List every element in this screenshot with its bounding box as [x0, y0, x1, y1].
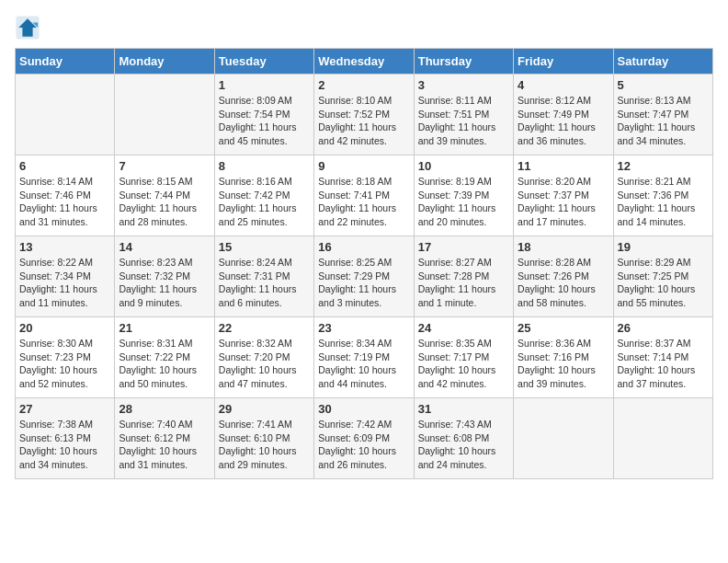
calendar-cell: 14Sunrise: 8:23 AM Sunset: 7:32 PM Dayli…	[115, 236, 214, 317]
day-number: 3	[418, 78, 509, 92]
day-info: Sunrise: 7:41 AM Sunset: 6:10 PM Dayligh…	[219, 418, 310, 472]
page-header	[15, 15, 713, 40]
day-number: 7	[119, 159, 210, 173]
weekday-header-tuesday: Tuesday	[214, 49, 313, 75]
calendar-cell	[115, 75, 214, 155]
calendar-cell: 16Sunrise: 8:25 AM Sunset: 7:29 PM Dayli…	[314, 236, 414, 317]
day-info: Sunrise: 8:34 AM Sunset: 7:19 PM Dayligh…	[318, 337, 409, 391]
day-info: Sunrise: 7:43 AM Sunset: 6:08 PM Dayligh…	[418, 418, 509, 472]
day-number: 14	[119, 240, 210, 254]
calendar-cell: 3Sunrise: 8:11 AM Sunset: 7:51 PM Daylig…	[414, 75, 513, 155]
day-number: 18	[518, 240, 609, 254]
weekday-header-wednesday: Wednesday	[314, 49, 414, 75]
day-number: 29	[219, 402, 310, 416]
calendar-cell	[16, 75, 115, 155]
calendar-cell: 24Sunrise: 8:35 AM Sunset: 7:17 PM Dayli…	[414, 317, 513, 398]
calendar-cell: 17Sunrise: 8:27 AM Sunset: 7:28 PM Dayli…	[414, 236, 513, 317]
calendar-week-row: 6Sunrise: 8:14 AM Sunset: 7:46 PM Daylig…	[16, 155, 713, 236]
day-number: 31	[418, 402, 509, 416]
calendar-cell	[514, 398, 613, 479]
day-number: 19	[618, 240, 709, 254]
calendar-cell: 19Sunrise: 8:29 AM Sunset: 7:25 PM Dayli…	[613, 236, 712, 317]
day-info: Sunrise: 8:25 AM Sunset: 7:29 PM Dayligh…	[318, 256, 409, 310]
day-info: Sunrise: 8:32 AM Sunset: 7:20 PM Dayligh…	[219, 337, 310, 391]
calendar-cell: 1Sunrise: 8:09 AM Sunset: 7:54 PM Daylig…	[214, 75, 313, 155]
weekday-header-friday: Friday	[514, 49, 613, 75]
day-info: Sunrise: 8:24 AM Sunset: 7:31 PM Dayligh…	[219, 256, 310, 310]
day-info: Sunrise: 8:13 AM Sunset: 7:47 PM Dayligh…	[618, 94, 709, 148]
day-number: 30	[318, 402, 409, 416]
day-number: 1	[219, 78, 310, 92]
day-number: 24	[418, 321, 509, 335]
day-info: Sunrise: 8:14 AM Sunset: 7:46 PM Dayligh…	[19, 175, 110, 229]
calendar-cell: 23Sunrise: 8:34 AM Sunset: 7:19 PM Dayli…	[314, 317, 414, 398]
day-info: Sunrise: 8:36 AM Sunset: 7:16 PM Dayligh…	[518, 337, 609, 391]
day-info: Sunrise: 7:38 AM Sunset: 6:13 PM Dayligh…	[19, 418, 110, 472]
calendar-cell: 11Sunrise: 8:20 AM Sunset: 7:37 PM Dayli…	[514, 155, 613, 236]
day-number: 15	[219, 240, 310, 254]
calendar-table: SundayMondayTuesdayWednesdayThursdayFrid…	[15, 48, 713, 479]
calendar-cell: 8Sunrise: 8:16 AM Sunset: 7:42 PM Daylig…	[214, 155, 313, 236]
calendar-cell: 13Sunrise: 8:22 AM Sunset: 7:34 PM Dayli…	[16, 236, 115, 317]
day-number: 13	[19, 240, 110, 254]
day-info: Sunrise: 8:09 AM Sunset: 7:54 PM Dayligh…	[219, 94, 310, 148]
day-info: Sunrise: 8:27 AM Sunset: 7:28 PM Dayligh…	[418, 256, 509, 310]
day-info: Sunrise: 8:21 AM Sunset: 7:36 PM Dayligh…	[618, 175, 709, 229]
calendar-cell: 25Sunrise: 8:36 AM Sunset: 7:16 PM Dayli…	[514, 317, 613, 398]
calendar-cell: 20Sunrise: 8:30 AM Sunset: 7:23 PM Dayli…	[16, 317, 115, 398]
logo	[15, 15, 44, 40]
calendar-week-row: 1Sunrise: 8:09 AM Sunset: 7:54 PM Daylig…	[16, 75, 713, 155]
day-info: Sunrise: 8:20 AM Sunset: 7:37 PM Dayligh…	[518, 175, 609, 229]
day-info: Sunrise: 8:35 AM Sunset: 7:17 PM Dayligh…	[418, 337, 509, 391]
calendar-cell: 27Sunrise: 7:38 AM Sunset: 6:13 PM Dayli…	[16, 398, 115, 479]
day-number: 5	[618, 78, 709, 92]
day-info: Sunrise: 8:23 AM Sunset: 7:32 PM Dayligh…	[119, 256, 210, 310]
calendar-cell	[613, 398, 712, 479]
weekday-header-monday: Monday	[115, 49, 214, 75]
calendar-cell: 28Sunrise: 7:40 AM Sunset: 6:12 PM Dayli…	[115, 398, 214, 479]
day-number: 10	[418, 159, 509, 173]
day-number: 2	[318, 78, 409, 92]
calendar-cell: 9Sunrise: 8:18 AM Sunset: 7:41 PM Daylig…	[314, 155, 414, 236]
day-number: 12	[618, 159, 709, 173]
weekday-header-row: SundayMondayTuesdayWednesdayThursdayFrid…	[16, 49, 713, 75]
calendar-cell: 7Sunrise: 8:15 AM Sunset: 7:44 PM Daylig…	[115, 155, 214, 236]
calendar-cell: 29Sunrise: 7:41 AM Sunset: 6:10 PM Dayli…	[214, 398, 313, 479]
day-number: 20	[19, 321, 110, 335]
day-info: Sunrise: 8:11 AM Sunset: 7:51 PM Dayligh…	[418, 94, 509, 148]
calendar-cell: 6Sunrise: 8:14 AM Sunset: 7:46 PM Daylig…	[16, 155, 115, 236]
logo-icon	[15, 15, 40, 40]
day-number: 21	[119, 321, 210, 335]
weekday-header-saturday: Saturday	[613, 49, 712, 75]
calendar-cell: 21Sunrise: 8:31 AM Sunset: 7:22 PM Dayli…	[115, 317, 214, 398]
weekday-header-sunday: Sunday	[16, 49, 115, 75]
day-info: Sunrise: 7:40 AM Sunset: 6:12 PM Dayligh…	[119, 418, 210, 472]
calendar-cell: 26Sunrise: 8:37 AM Sunset: 7:14 PM Dayli…	[613, 317, 712, 398]
calendar-week-row: 13Sunrise: 8:22 AM Sunset: 7:34 PM Dayli…	[16, 236, 713, 317]
day-number: 28	[119, 402, 210, 416]
calendar-cell: 15Sunrise: 8:24 AM Sunset: 7:31 PM Dayli…	[214, 236, 313, 317]
day-number: 25	[518, 321, 609, 335]
day-info: Sunrise: 8:22 AM Sunset: 7:34 PM Dayligh…	[19, 256, 110, 310]
day-info: Sunrise: 8:31 AM Sunset: 7:22 PM Dayligh…	[119, 337, 210, 391]
day-info: Sunrise: 8:19 AM Sunset: 7:39 PM Dayligh…	[418, 175, 509, 229]
calendar-cell: 22Sunrise: 8:32 AM Sunset: 7:20 PM Dayli…	[214, 317, 313, 398]
day-info: Sunrise: 8:15 AM Sunset: 7:44 PM Dayligh…	[119, 175, 210, 229]
day-info: Sunrise: 8:18 AM Sunset: 7:41 PM Dayligh…	[318, 175, 409, 229]
calendar-cell: 5Sunrise: 8:13 AM Sunset: 7:47 PM Daylig…	[613, 75, 712, 155]
day-number: 4	[518, 78, 609, 92]
day-number: 26	[618, 321, 709, 335]
calendar-cell: 31Sunrise: 7:43 AM Sunset: 6:08 PM Dayli…	[414, 398, 513, 479]
calendar-cell: 2Sunrise: 8:10 AM Sunset: 7:52 PM Daylig…	[314, 75, 414, 155]
day-info: Sunrise: 8:10 AM Sunset: 7:52 PM Dayligh…	[318, 94, 409, 148]
weekday-header-thursday: Thursday	[414, 49, 513, 75]
day-number: 9	[318, 159, 409, 173]
day-number: 23	[318, 321, 409, 335]
day-info: Sunrise: 8:16 AM Sunset: 7:42 PM Dayligh…	[219, 175, 310, 229]
calendar-cell: 12Sunrise: 8:21 AM Sunset: 7:36 PM Dayli…	[613, 155, 712, 236]
day-number: 22	[219, 321, 310, 335]
day-info: Sunrise: 8:29 AM Sunset: 7:25 PM Dayligh…	[618, 256, 709, 310]
day-number: 6	[19, 159, 110, 173]
day-info: Sunrise: 8:37 AM Sunset: 7:14 PM Dayligh…	[618, 337, 709, 391]
calendar-cell: 10Sunrise: 8:19 AM Sunset: 7:39 PM Dayli…	[414, 155, 513, 236]
